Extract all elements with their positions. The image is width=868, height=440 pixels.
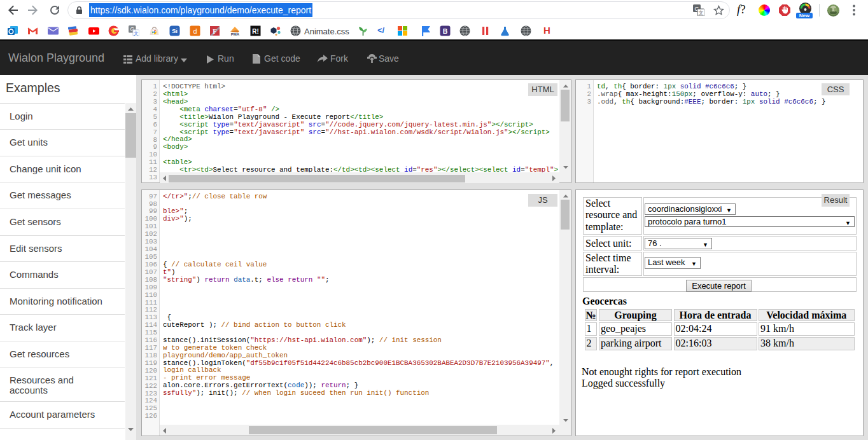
svg-text:B: B	[443, 27, 448, 35]
svg-text:d: d	[193, 27, 197, 35]
svg-text:文: 文	[134, 31, 139, 36]
svg-text:PMA: PMA	[231, 32, 240, 36]
svg-text:R!: R!	[252, 28, 259, 35]
svg-text:文: 文	[699, 10, 704, 16]
svg-text:Si: Si	[172, 27, 178, 34]
svg-text:F: F	[213, 28, 216, 35]
